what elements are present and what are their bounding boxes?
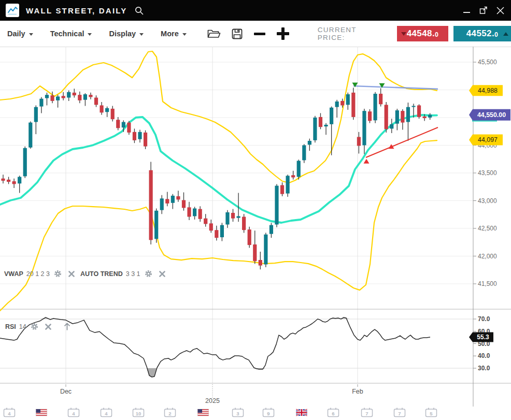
autotrend-remove-icon[interactable] bbox=[159, 271, 165, 277]
candle-body-up bbox=[160, 198, 164, 210]
candle-body-down bbox=[351, 93, 355, 117]
candlestick bbox=[111, 106, 115, 122]
candle-body-down bbox=[7, 180, 10, 182]
candlestick bbox=[395, 109, 399, 131]
save-icon[interactable] bbox=[232, 28, 243, 39]
candle-body-up bbox=[395, 110, 399, 124]
timeframe-menu-label: Daily bbox=[7, 30, 25, 38]
candle-body-down bbox=[423, 117, 427, 118]
open-folder-icon[interactable] bbox=[207, 29, 221, 39]
candle-body-up bbox=[34, 107, 38, 122]
candle-body-up bbox=[45, 95, 49, 98]
calendar-event-icon[interactable]: 6 bbox=[328, 408, 339, 417]
rsi-settings-gear-icon[interactable] bbox=[30, 322, 39, 331]
candlestick bbox=[23, 147, 27, 178]
more-menu[interactable]: More bbox=[161, 30, 187, 38]
bollinger-price-tag-text: 44,988 bbox=[478, 87, 498, 94]
rsi-remove-icon[interactable] bbox=[45, 324, 51, 330]
candlestick bbox=[346, 93, 350, 110]
trendline-resistance bbox=[353, 86, 438, 89]
candle-body-up bbox=[324, 125, 328, 126]
candle-body-up bbox=[171, 196, 175, 203]
close-button[interactable] bbox=[495, 6, 505, 15]
calendar-day-number: 10 bbox=[136, 411, 141, 416]
calendar-event-icon[interactable]: 10 bbox=[133, 408, 144, 417]
candlestick bbox=[401, 109, 404, 130]
candlestick bbox=[204, 214, 207, 227]
search-icon[interactable] bbox=[134, 6, 144, 16]
candlestick bbox=[291, 171, 295, 180]
vwap-settings-gear-icon[interactable] bbox=[53, 269, 62, 278]
sell-price-decimal: 0 bbox=[435, 31, 438, 38]
rsi-collapse-arrow-icon[interactable] bbox=[63, 322, 71, 331]
autotrend-indicator-label: AUTO TREND 3 3 1 bbox=[80, 269, 165, 278]
chevron-down-icon bbox=[88, 33, 92, 36]
candlestick bbox=[242, 214, 246, 233]
candle-body-up bbox=[220, 225, 224, 238]
flag-us-icon[interactable] bbox=[198, 409, 209, 416]
technical-menu[interactable]: Technical bbox=[50, 30, 92, 38]
display-menu[interactable]: Display bbox=[109, 30, 144, 38]
candlestick bbox=[89, 93, 92, 99]
calendar-day-number: 4 bbox=[72, 411, 75, 416]
timeframe-menu[interactable]: Daily bbox=[7, 30, 33, 38]
calendar-event-icon[interactable]: 2 bbox=[165, 408, 176, 417]
candle-body-up bbox=[362, 111, 366, 145]
candle-body-up bbox=[122, 122, 125, 128]
candle-body-down bbox=[165, 199, 169, 204]
candle-body-up bbox=[236, 216, 240, 218]
candlestick bbox=[319, 113, 322, 129]
calendar-event-icon[interactable]: 4 bbox=[101, 408, 112, 417]
calendar-event-icon[interactable]: 7 bbox=[362, 408, 373, 417]
month-label: Feb bbox=[352, 388, 363, 395]
zoom-in-button[interactable] bbox=[277, 27, 289, 40]
autotrend-settings-gear-icon[interactable] bbox=[144, 269, 153, 278]
vwap-remove-icon[interactable] bbox=[68, 271, 75, 277]
calendar-event-icon[interactable]: 4 bbox=[4, 408, 15, 417]
candlestick bbox=[313, 116, 317, 142]
window-title: WALL STREET, DAILY bbox=[26, 6, 127, 15]
candle-body-down bbox=[204, 219, 207, 224]
candle-body-down bbox=[149, 170, 153, 240]
candle-body-down bbox=[127, 123, 131, 133]
calendar-event-icon[interactable]: 9 bbox=[263, 408, 274, 417]
calendar-event-icon[interactable]: 5 bbox=[426, 408, 437, 417]
candle-body-up bbox=[23, 148, 27, 177]
calendar-day-number: 7 bbox=[398, 411, 401, 416]
candle-body-down bbox=[215, 230, 218, 238]
sell-price-badge[interactable]: 44548.0 bbox=[397, 26, 448, 41]
candlestick bbox=[18, 176, 21, 193]
candle-body-up bbox=[269, 225, 273, 234]
buy-price-badge[interactable]: 44552.0 bbox=[453, 26, 511, 41]
candle-body-down bbox=[280, 185, 284, 194]
candlestick bbox=[154, 208, 158, 242]
candlestick bbox=[45, 93, 49, 106]
calendar-event-icon[interactable]: 7 bbox=[394, 408, 405, 417]
rsi-params: 14 bbox=[19, 323, 26, 330]
candlestick bbox=[335, 100, 339, 118]
candle-body-down bbox=[133, 132, 136, 140]
popout-button[interactable] bbox=[479, 6, 488, 15]
flag-us-icon[interactable] bbox=[36, 409, 47, 416]
candlestick bbox=[39, 97, 43, 113]
candlestick bbox=[83, 93, 87, 106]
calendar-day-number: 2 bbox=[168, 411, 171, 416]
candlestick bbox=[187, 202, 191, 220]
calendar-day-number: 9 bbox=[267, 411, 269, 416]
candlestick bbox=[275, 184, 278, 227]
candlestick bbox=[248, 227, 251, 248]
rsi-extreme-fill bbox=[0, 368, 430, 377]
technical-menu-label: Technical bbox=[50, 30, 84, 38]
candlestick bbox=[253, 230, 257, 264]
zoom-out-button[interactable] bbox=[254, 33, 265, 35]
candlestick bbox=[193, 207, 196, 220]
candle-body-up bbox=[264, 235, 267, 265]
price-chart-canvas[interactable]: 45,50045,00044,50044,00043,50043,00042,5… bbox=[0, 47, 511, 420]
calendar-event-icon[interactable]: 3 bbox=[233, 408, 244, 417]
calendar-event-icon[interactable]: 4 bbox=[68, 408, 79, 417]
price-tick-label: 45,500 bbox=[478, 59, 497, 66]
candle-body-down bbox=[340, 101, 344, 106]
minimize-button[interactable] bbox=[462, 6, 472, 15]
candlestick bbox=[198, 206, 202, 222]
flag-uk-icon[interactable] bbox=[296, 409, 307, 416]
